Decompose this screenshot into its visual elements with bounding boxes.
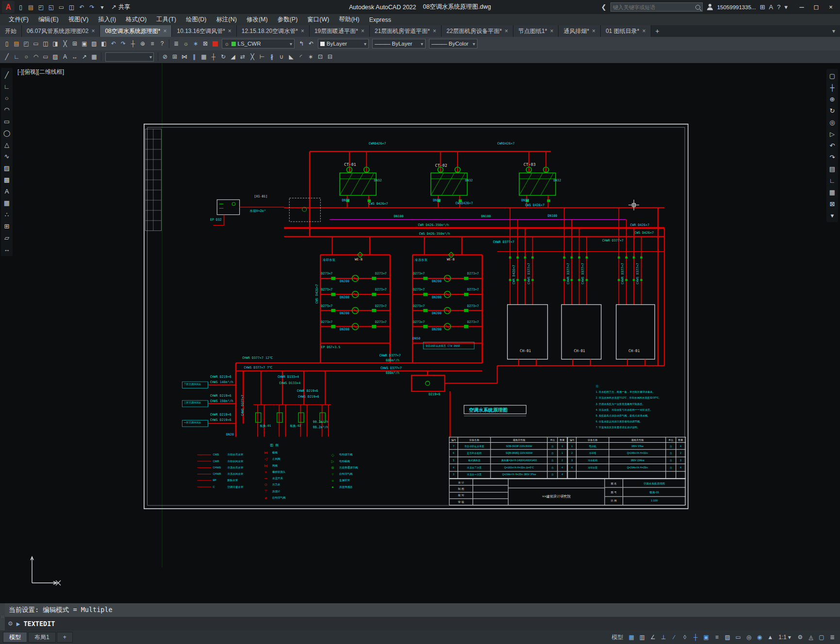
layer-dropdown[interactable]: ☼ LS_CWR ▾ xyxy=(222,39,295,48)
file-tab[interactable]: 06.07风管系统原理图02 × xyxy=(22,25,100,37)
file-tab[interactable]: 19层面暖通平面* × xyxy=(310,25,370,37)
annotation-scale-dropdown[interactable]: 1:1 ▾ xyxy=(776,632,793,643)
command-input-row[interactable]: ⚙ ▶ TEXTEDIT xyxy=(0,617,840,630)
ortho-icon[interactable]: ⊥ xyxy=(658,632,668,643)
make-layer-current-icon[interactable]: ↰ xyxy=(296,39,306,48)
polyline-icon[interactable]: ∟ xyxy=(12,52,21,62)
autodesk-app-icon[interactable]: A xyxy=(769,3,774,11)
move-icon[interactable]: ┼ xyxy=(209,52,218,62)
menu-item[interactable]: 修改(M) xyxy=(242,14,273,25)
properties-icon[interactable]: ≡ xyxy=(148,39,157,48)
leader-icon[interactable]: ↗ xyxy=(80,52,89,62)
view-previous-icon[interactable]: ↶ xyxy=(827,140,838,151)
circle-tool-icon[interactable]: ○ xyxy=(1,93,12,103)
file-tab[interactable]: 08空调水系统原理图* × xyxy=(100,25,172,37)
tab-close-icon[interactable]: × xyxy=(361,28,364,34)
offset-icon[interactable]: ∥ xyxy=(189,52,199,62)
infer-constraints-icon[interactable]: ∠ xyxy=(647,632,658,643)
close-button[interactable]: × xyxy=(824,0,838,14)
snap-icon[interactable]: ▥ xyxy=(636,632,647,643)
tab-close-icon[interactable]: × xyxy=(550,28,553,34)
tab-close-icon[interactable]: × xyxy=(642,28,645,34)
redo-icon[interactable]: ↷ xyxy=(118,39,128,48)
table-icon[interactable]: ▦ xyxy=(89,52,99,62)
plot-preview-icon[interactable]: ◫ xyxy=(41,39,50,48)
nav-settings-icon[interactable]: ▾ xyxy=(827,210,838,221)
hatch-tool-icon[interactable]: ▨ xyxy=(1,162,12,173)
minimize-button[interactable]: ─ xyxy=(794,0,809,14)
layer-previous-icon[interactable]: ↶ xyxy=(306,39,316,48)
dynamic-input-icon[interactable]: ▭ xyxy=(732,632,743,643)
menu-item[interactable]: 参数(P) xyxy=(273,14,303,25)
ucs-tool-icon[interactable]: ∟ xyxy=(827,175,838,186)
block-editor-icon[interactable]: ◧ xyxy=(99,39,109,48)
paste-icon[interactable]: ▣ xyxy=(80,39,89,48)
menu-item[interactable]: Express xyxy=(364,14,396,25)
block-tool-icon[interactable]: ⊞ xyxy=(1,221,12,231)
object-snap-icon[interactable]: ▣ xyxy=(700,632,711,643)
fillet-icon[interactable]: ◜ xyxy=(296,52,306,62)
pan-hand-icon[interactable]: ┼ xyxy=(827,82,838,93)
tab-close-icon[interactable]: × xyxy=(505,28,508,34)
line-tool-icon[interactable]: ╱ xyxy=(1,69,12,80)
copy-icon[interactable]: ⊞ xyxy=(70,39,80,48)
menu-item[interactable]: 窗口(W) xyxy=(302,14,334,25)
rectangle-tool-icon[interactable]: ▭ xyxy=(1,116,12,127)
explode-icon[interactable]: ∗ xyxy=(306,52,315,62)
viewport-controls[interactable]: [-][俯视][二维线框] xyxy=(17,68,64,76)
active-command[interactable]: TEXTEDIT xyxy=(23,620,55,628)
menu-item[interactable]: 绘图(D) xyxy=(181,14,211,25)
tab-close-icon[interactable]: × xyxy=(163,28,166,34)
help-icon[interactable]: ? xyxy=(157,39,167,48)
layout-tab[interactable]: + xyxy=(57,632,73,643)
menu-item[interactable]: 标注(N) xyxy=(212,14,242,25)
customize-wrench-icon[interactable]: ⚙ xyxy=(8,620,13,627)
group-icon[interactable]: ⊡ xyxy=(315,52,325,62)
help-icon[interactable]: ? xyxy=(777,3,780,11)
dimension-icon[interactable]: ↔ xyxy=(70,52,80,62)
zoom-icon[interactable]: ⊕ xyxy=(138,39,148,48)
rectangle-icon[interactable]: ▭ xyxy=(41,52,50,62)
layout-tab[interactable]: 布局1 xyxy=(28,632,56,643)
region-tool-icon[interactable]: ▱ xyxy=(1,232,12,243)
array-icon[interactable]: ▦ xyxy=(199,52,209,62)
file-tab[interactable]: 21层面机房管道平面* × xyxy=(370,25,442,37)
layer-lock-icon[interactable]: ⊠ xyxy=(200,39,210,48)
menu-item[interactable]: 编辑(E) xyxy=(33,14,64,25)
point-tool-icon[interactable]: ∴ xyxy=(1,209,12,220)
dimension-tool-icon[interactable]: ↔ xyxy=(1,244,12,255)
account-icon[interactable] xyxy=(707,4,713,11)
named-views-icon[interactable]: ▤ xyxy=(827,163,838,174)
plot-icon[interactable]: ▭ xyxy=(31,39,41,48)
selection-cycling-icon[interactable]: ◎ xyxy=(743,632,754,643)
showmotion-icon[interactable]: ▷ xyxy=(827,129,838,139)
join-icon[interactable]: ∪ xyxy=(277,52,286,62)
ellipse-tool-icon[interactable]: ◯ xyxy=(1,128,12,138)
drawing-canvas[interactable]: [-][俯视][二维线框] ╱∟○◠▭◯△∿▨▩A▦∴⊞▱↔ ▢┼⊕↻◎▷↶↷▤… xyxy=(0,63,840,603)
pan-icon[interactable]: ┼ xyxy=(128,39,138,48)
undo-icon[interactable]: ↶ xyxy=(77,2,87,12)
username[interactable]: 15059991335... xyxy=(717,4,756,10)
menu-item[interactable]: 工具(T) xyxy=(151,14,181,25)
save-icon[interactable]: ◰ xyxy=(21,39,31,48)
tab-close-icon[interactable]: × xyxy=(433,28,436,34)
command-grip[interactable]: ∷ xyxy=(0,603,5,630)
file-tab[interactable]: 22层面机房设备平面* × xyxy=(442,25,513,37)
copy-object-icon[interactable]: ⊞ xyxy=(170,52,180,62)
open-icon[interactable]: ▤ xyxy=(12,39,21,48)
color-dropdown[interactable]: ByLayer ▾ xyxy=(318,39,369,48)
file-tab[interactable]: 开始 × xyxy=(0,25,22,37)
search-input[interactable] xyxy=(613,4,695,10)
layer-freeze-icon[interactable]: ∗ xyxy=(191,39,200,48)
workspace-gear-icon[interactable]: ⚙ xyxy=(794,632,805,643)
save-icon[interactable]: ◰ xyxy=(36,2,46,12)
lock-view-icon[interactable]: ⊠ xyxy=(827,198,838,209)
linetype-dropdown[interactable]: ——— ByLayer ▾ xyxy=(372,39,426,48)
match-properties-icon[interactable]: ▨ xyxy=(89,39,99,48)
polyline-tool-icon[interactable]: ∟ xyxy=(1,81,12,92)
zoom-extents-icon[interactable]: ⊕ xyxy=(827,94,838,104)
spline-tool-icon[interactable]: ∿ xyxy=(1,151,12,161)
tab-close-icon[interactable]: × xyxy=(592,28,595,34)
app-store-cart-icon[interactable]: ⊞ xyxy=(760,3,765,11)
publish-icon[interactable]: ◨ xyxy=(50,39,60,48)
